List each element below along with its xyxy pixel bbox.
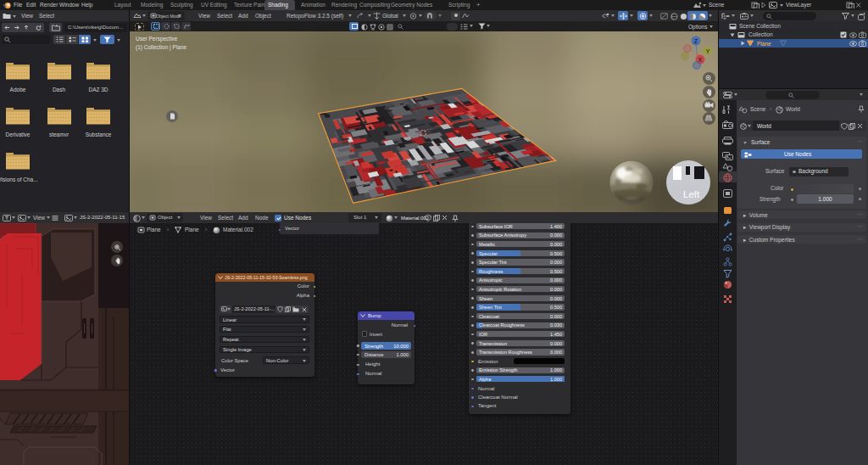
svg-text:Y: Y [706, 48, 710, 54]
svg-text:X: X [698, 57, 703, 63]
svg-text:Z: Z [694, 38, 698, 44]
